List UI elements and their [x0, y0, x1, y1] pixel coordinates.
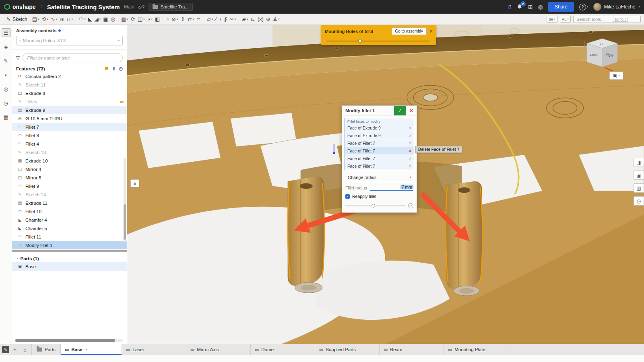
toolbar-feature-button-helix[interactable]: ∮: [223, 15, 228, 24]
viewport-tool-button-section-view[interactable]: ◨: [634, 158, 644, 167]
toolbar-feature-button-plane[interactable]: ▱ ▾: [206, 15, 215, 24]
feature-tree-item[interactable]: ◠ Fillet 8: [12, 131, 127, 140]
change-radius-select[interactable]: Change radius ▾: [345, 173, 414, 182]
feature-tree-item[interactable]: ◫ Mirror 4: [12, 165, 127, 173]
marketplace-icon[interactable]: ◍: [538, 4, 543, 10]
toolbar-feature-button-sweep[interactable]: ∿ ▾: [50, 15, 58, 24]
toolbar-feature-button-split[interactable]: ◧: [154, 15, 161, 24]
left-rail-button-follow-panel[interactable]: ◎: [2, 84, 10, 93]
left-rail-button-features-panel[interactable]: ☰: [2, 28, 10, 37]
toolbar-feature-button-linear-pattern[interactable]: ▥ ▾: [120, 15, 130, 24]
left-rail-button-bom-panel[interactable]: ▦: [2, 113, 10, 121]
vertical-scrollbar[interactable]: [124, 158, 126, 242]
toolbar-feature-button-axis[interactable]: ∕: [214, 15, 217, 24]
remove-face-icon[interactable]: ×: [409, 149, 411, 153]
feature-tree-item[interactable]: ◠ Fillet 10: [12, 207, 127, 216]
confirm-button[interactable]: ✓: [394, 106, 406, 115]
fillet-radius-value[interactable]: 7 mm: [400, 185, 413, 189]
toolbar-feature-button[interactable]: [204, 16, 204, 23]
toolbar-feature-button-sheet-metal[interactable]: ▰ ▾: [241, 15, 250, 24]
app-grid-icon[interactable]: ⊞: [528, 4, 533, 10]
toolbar-feature-button[interactable]: [76, 16, 76, 23]
viewport-tool-button-isolate[interactable]: ◎: [634, 196, 644, 206]
rib-hole[interactable]: [458, 187, 470, 193]
left-rail-button-sketch-panel[interactable]: ✎: [2, 56, 10, 65]
banner-close-icon[interactable]: ×: [430, 29, 433, 34]
assembly-context-select[interactable]: • Mounting Holes STS ▾: [16, 36, 123, 45]
left-rail-button-history-panel[interactable]: ◷: [2, 99, 10, 107]
viewport-tool-button-named-views[interactable]: ▣: [634, 171, 644, 180]
feature-tree-item[interactable]: ◣ Chamfer 5: [12, 224, 127, 232]
toolbar-feature-button-draft[interactable]: ◢ ▾: [93, 15, 102, 24]
toolbar-feature-button-mirror[interactable]: ◫ ▾: [136, 15, 146, 24]
toolbar-feature-button-shell[interactable]: ▣: [102, 15, 109, 24]
remove-face-icon[interactable]: ×: [409, 126, 411, 130]
suppress-icon[interactable]: ‖: [113, 66, 115, 71]
edit-mode-icon[interactable]: ✎: [2, 346, 9, 353]
reapply-checkbox[interactable]: ✓: [345, 194, 350, 199]
new-tab-button[interactable]: +: [10, 346, 19, 354]
toolbar-feature-button-move-face[interactable]: ⇕: [179, 15, 186, 24]
part-list-item[interactable]: ▣ Base: [12, 262, 127, 271]
feature-tree-item[interactable]: ▤ Extrude 8: [12, 89, 127, 97]
toolbar-feature-button-variables[interactable]: (x): [256, 15, 265, 24]
help-icon[interactable]: ?: [408, 203, 413, 208]
slider-handle[interactable]: [372, 204, 375, 208]
dev-tools-icon[interactable]: {;}: [508, 4, 511, 9]
hamburger-menu-icon[interactable]: ≡: [40, 4, 43, 10]
feature-tree-item[interactable]: ✎ Sketch 11: [12, 80, 127, 89]
search-tools-input[interactable]: [576, 17, 611, 22]
viewport-tool-button-display-options[interactable]: ▥: [634, 183, 644, 193]
filter-funnel-icon[interactable]: ▽: [16, 55, 20, 61]
onshape-logo[interactable]: onshape: [4, 4, 36, 10]
rollback-icon[interactable]: ◷: [119, 66, 123, 71]
left-rail-button-context-panel[interactable]: ◈: [2, 42, 10, 51]
toolbar-feature-button-mate-connector[interactable]: ⊕: [265, 15, 272, 24]
toolbar-feature-button-offset-surface[interactable]: ≍: [195, 15, 202, 24]
fillet-face-item[interactable]: Face of Fillet 7 ×: [345, 139, 414, 147]
rib-hole[interactable]: [300, 183, 313, 189]
fillet-face-item[interactable]: Face of Fillet 7 ×: [345, 147, 414, 154]
notifications-button[interactable]: 2: [516, 4, 523, 10]
toolbar-feature-button-chamfer[interactable]: ◣: [87, 15, 93, 24]
feature-tree-item[interactable]: ◫ Mirror 5: [12, 173, 127, 182]
fillet-radius-field[interactable]: 7 mm: [370, 185, 413, 191]
toolbar-feature-button-revolve[interactable]: ⟲ ▾: [41, 15, 50, 24]
highlighted-fillet-rib-left[interactable]: [288, 177, 324, 293]
view-cube-menu-button[interactable]: ▣ ▾: [609, 72, 623, 80]
fillet-face-item[interactable]: Face of Extrude 9 ×: [345, 132, 414, 139]
studio-tab[interactable]: ▭ Laser: [122, 344, 186, 355]
toolbar-feature-button-thicken[interactable]: ⊓ ▾: [65, 15, 74, 24]
toolbar-feature-button-delete-face[interactable]: ⊘ ▾: [170, 15, 179, 24]
studio-tab[interactable]: ▭ Supplied Parts: [315, 344, 380, 355]
feature-tree-item[interactable]: ◣ Chamfer 4: [12, 216, 127, 224]
fillet-face-item[interactable]: Face of Extrude 9 ×: [345, 124, 414, 132]
studio-tab[interactable]: ▭ Mirror Axis: [186, 344, 251, 355]
insert-folder-icon[interactable]: ⊞: [105, 66, 109, 71]
workspace-name[interactable]: Main: [124, 4, 134, 10]
toolbar-feature-button-analysis[interactable]: ∡ ▾: [272, 15, 281, 24]
context-opacity-slider[interactable]: [325, 39, 433, 43]
selection-filter-chip[interactable]: Se ▾: [547, 16, 557, 23]
document-tab[interactable]: Satellite Tra...: [149, 3, 193, 11]
toolbar-feature-button-measure[interactable]: ⊾: [250, 15, 256, 24]
user-menu[interactable]: Mike LaFleche ▾: [593, 3, 640, 11]
home-button[interactable]: ⌂: [21, 346, 29, 354]
share-button[interactable]: Share: [548, 2, 574, 12]
feature-tree-item[interactable]: ◔ Modify fillet 1: [12, 241, 127, 249]
toolbar-feature-button-transform[interactable]: ⇄ ▾: [186, 15, 195, 24]
help-menu[interactable]: ? ▾: [579, 4, 588, 10]
studio-tab[interactable]: ▭ Mounting Plate: [444, 344, 508, 355]
parts-header[interactable]: ▾ Parts (1): [12, 253, 127, 262]
toolbar-feature-button[interactable]: [163, 16, 163, 23]
link-icon[interactable]: [138, 4, 144, 10]
sketch-button[interactable]: ✎ Sketch: [3, 16, 31, 23]
feature-tree-item[interactable]: ◠ Fillet 11: [12, 232, 127, 241]
view-cube[interactable]: Z Top Front Right: [581, 34, 623, 72]
remove-face-icon[interactable]: ×: [409, 164, 411, 169]
toolbar-feature-button-extrude[interactable]: ▤ ▾: [31, 15, 41, 24]
fillet-face-item[interactable]: Face of Fillet 7 ×: [345, 154, 414, 162]
slider-handle[interactable]: [358, 39, 362, 43]
context-toolbar-button[interactable]: ≡: [130, 179, 139, 187]
go-to-assembly-button[interactable]: Go to assembly: [392, 27, 427, 35]
